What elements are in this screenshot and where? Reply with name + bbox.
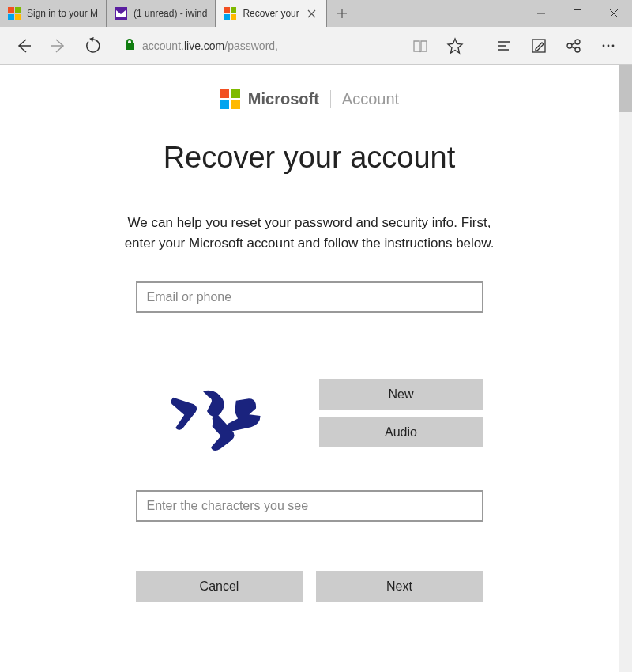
svg-point-5 [575,40,580,44]
refresh-button[interactable] [77,30,109,62]
svg-point-4 [567,43,572,48]
page-description: We can help you reset your password and … [124,213,495,253]
minimize-button[interactable] [523,0,559,27]
ms-logo-icon [8,7,21,20]
reading-view-button[interactable] [404,30,436,62]
svg-rect-1 [574,10,581,17]
captcha-section: New Audio [136,379,483,466]
page-title: Recover your account [164,141,456,175]
browser-tab[interactable]: (1 unread) - iwind [107,0,216,27]
page-content: Microsoft Account Recover your account W… [0,65,619,672]
captcha-new-button[interactable]: New [319,379,483,410]
window-titlebar: Sign in to your M (1 unread) - iwind Rec… [0,0,632,27]
ms-logo-icon [220,89,240,109]
close-tab-icon[interactable] [306,7,318,20]
brand-name: Microsoft [248,90,319,108]
brand-header: Microsoft Account [220,89,399,109]
webnote-button[interactable] [523,30,555,62]
brand-section: Account [342,90,399,108]
browser-toolbar: account.live.com/password, [0,27,632,65]
email-input[interactable] [136,281,483,313]
svg-point-6 [575,47,580,52]
ms-logo-icon [224,7,236,20]
captcha-input[interactable] [136,490,483,522]
captcha-controls: New Audio [319,379,483,447]
tab-title: Sign in to your M [27,8,98,19]
tab-title: Recover your [243,8,299,19]
scrollbar-thumb[interactable] [619,65,632,112]
close-window-button[interactable] [596,0,632,27]
recover-form: New Audio Cancel Next [136,281,483,602]
page-viewport: Microsoft Account Recover your account W… [0,65,632,672]
divider [330,90,331,108]
captcha-audio-button[interactable]: Audio [319,417,483,447]
svg-point-8 [608,44,610,47]
new-tab-button[interactable] [327,0,357,27]
browser-tab[interactable]: Sign in to your M [0,0,107,27]
address-bar[interactable]: account.live.com/password, [117,33,397,59]
svg-point-9 [612,44,615,47]
next-button[interactable]: Next [316,571,483,602]
share-button[interactable] [558,30,589,62]
window-controls [523,0,632,27]
hub-button[interactable] [488,30,520,62]
action-buttons: Cancel Next [136,571,483,602]
tab-title: (1 unread) - iwind [134,8,207,19]
captcha-image [136,379,302,466]
lock-icon [123,38,136,53]
favorite-button[interactable] [439,30,471,62]
more-button[interactable] [592,30,624,62]
forward-button[interactable] [43,30,74,62]
maximize-button[interactable] [559,0,596,27]
tab-strip: Sign in to your M (1 unread) - iwind Rec… [0,0,523,27]
back-button[interactable] [8,30,40,62]
cancel-button[interactable]: Cancel [136,571,303,602]
browser-tab-active[interactable]: Recover your [216,0,326,27]
svg-point-7 [603,44,605,47]
svg-rect-2 [126,43,134,50]
mail-icon [115,7,127,20]
url-text: account.live.com/password, [142,40,278,52]
vertical-scrollbar[interactable] [619,65,632,672]
